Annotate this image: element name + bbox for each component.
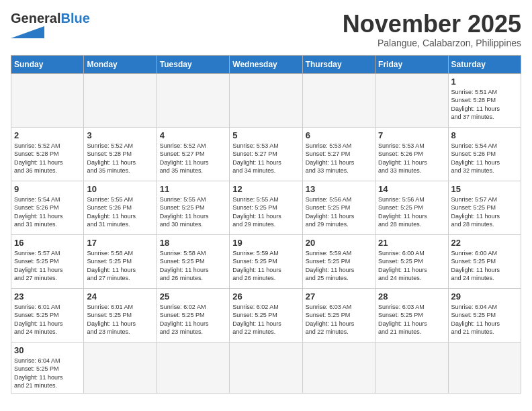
day-number: 26: [232, 291, 299, 302]
day-info: Sunrise: 6:02 AM Sunset: 5:25 PM Dayligh…: [232, 303, 299, 336]
day-info: Sunrise: 6:00 AM Sunset: 5:25 PM Dayligh…: [378, 249, 445, 283]
calendar-cell: 25Sunrise: 6:02 AM Sunset: 5:25 PM Dayli…: [157, 288, 229, 342]
day-number: 2: [14, 130, 81, 140]
day-number: 8: [451, 130, 518, 140]
calendar-cell: 17Sunrise: 5:58 AM Sunset: 5:25 PM Dayli…: [84, 234, 157, 288]
calendar-cell: 5Sunrise: 5:53 AM Sunset: 5:27 PM Daylig…: [230, 127, 302, 181]
day-number: 10: [87, 184, 153, 194]
day-info: Sunrise: 5:52 AM Sunset: 5:28 PM Dayligh…: [87, 142, 153, 175]
calendar-cell: [230, 342, 302, 393]
day-number: 4: [160, 130, 226, 140]
day-number: 17: [87, 238, 153, 248]
calendar-cell: 27Sunrise: 6:03 AM Sunset: 5:25 PM Dayli…: [302, 288, 375, 342]
day-number: 30: [14, 345, 81, 355]
svg-marker-0: [11, 26, 44, 38]
calendar-cell: 23Sunrise: 6:01 AM Sunset: 5:25 PM Dayli…: [11, 288, 84, 342]
day-info: Sunrise: 6:01 AM Sunset: 5:25 PM Dayligh…: [14, 303, 81, 336]
day-info: Sunrise: 6:04 AM Sunset: 5:25 PM Dayligh…: [451, 303, 518, 336]
calendar-cell: 13Sunrise: 5:56 AM Sunset: 5:25 PM Dayli…: [302, 181, 375, 234]
day-number: 19: [232, 238, 299, 248]
day-number: 9: [14, 184, 81, 194]
logo-icon: [11, 26, 44, 38]
calendar-cell: 1Sunrise: 5:51 AM Sunset: 5:28 PM Daylig…: [448, 73, 521, 127]
weekday-header-row: SundayMondayTuesdayWednesdayThursdayFrid…: [11, 55, 521, 73]
weekday-header-sunday: Sunday: [11, 55, 84, 73]
day-info: Sunrise: 6:03 AM Sunset: 5:25 PM Dayligh…: [306, 303, 372, 336]
day-info: Sunrise: 5:55 AM Sunset: 5:25 PM Dayligh…: [160, 195, 226, 229]
calendar-cell: [302, 73, 375, 127]
weekday-header-saturday: Saturday: [448, 55, 521, 73]
day-info: Sunrise: 5:53 AM Sunset: 5:27 PM Dayligh…: [306, 142, 372, 175]
day-number: 27: [306, 291, 372, 302]
month-title: November 2025: [343, 11, 521, 38]
weekday-header-monday: Monday: [84, 55, 157, 73]
calendar-cell: 11Sunrise: 5:55 AM Sunset: 5:25 PM Dayli…: [157, 181, 229, 234]
day-info: Sunrise: 6:01 AM Sunset: 5:25 PM Dayligh…: [87, 303, 153, 336]
day-info: Sunrise: 5:56 AM Sunset: 5:25 PM Dayligh…: [378, 195, 445, 229]
day-number: 11: [160, 184, 226, 194]
day-number: 25: [160, 291, 226, 302]
day-info: Sunrise: 5:51 AM Sunset: 5:28 PM Dayligh…: [451, 88, 518, 122]
day-info: Sunrise: 6:03 AM Sunset: 5:25 PM Dayligh…: [378, 303, 445, 336]
calendar-cell: 20Sunrise: 5:59 AM Sunset: 5:25 PM Dayli…: [302, 234, 375, 288]
day-number: 1: [451, 77, 518, 87]
calendar-cell: 4Sunrise: 5:52 AM Sunset: 5:27 PM Daylig…: [157, 127, 229, 181]
day-number: 21: [378, 238, 445, 248]
header: General Blue November 2025 Palangue, Cal…: [11, 11, 521, 48]
logo-blue-text: Blue: [60, 11, 89, 26]
calendar-cell: [157, 73, 229, 127]
calendar-cell: 30Sunrise: 6:04 AM Sunset: 5:25 PM Dayli…: [11, 342, 84, 393]
day-info: Sunrise: 5:58 AM Sunset: 5:25 PM Dayligh…: [87, 249, 153, 283]
day-number: 14: [378, 184, 445, 194]
day-number: 5: [232, 130, 299, 140]
day-info: Sunrise: 5:53 AM Sunset: 5:26 PM Dayligh…: [378, 142, 445, 175]
calendar-cell: 15Sunrise: 5:57 AM Sunset: 5:25 PM Dayli…: [448, 181, 521, 234]
week-row-2: 2Sunrise: 5:52 AM Sunset: 5:28 PM Daylig…: [11, 127, 521, 181]
calendar-cell: 19Sunrise: 5:59 AM Sunset: 5:25 PM Dayli…: [230, 234, 302, 288]
calendar-cell: 10Sunrise: 5:55 AM Sunset: 5:26 PM Dayli…: [84, 181, 157, 234]
week-row-6: 30Sunrise: 6:04 AM Sunset: 5:25 PM Dayli…: [11, 342, 521, 393]
day-number: 16: [14, 238, 81, 248]
day-number: 7: [378, 130, 445, 140]
weekday-header-tuesday: Tuesday: [157, 55, 229, 73]
day-info: Sunrise: 5:59 AM Sunset: 5:25 PM Dayligh…: [306, 249, 372, 283]
day-number: 20: [306, 238, 372, 248]
calendar-cell: 21Sunrise: 6:00 AM Sunset: 5:25 PM Dayli…: [375, 234, 448, 288]
day-number: 18: [160, 238, 226, 248]
day-info: Sunrise: 5:58 AM Sunset: 5:25 PM Dayligh…: [160, 249, 226, 283]
logo-general-text: General: [11, 11, 60, 26]
day-info: Sunrise: 5:54 AM Sunset: 5:26 PM Dayligh…: [451, 142, 518, 175]
day-number: 3: [87, 130, 153, 140]
day-number: 15: [451, 184, 518, 194]
calendar-cell: 6Sunrise: 5:53 AM Sunset: 5:27 PM Daylig…: [302, 127, 375, 181]
day-number: 24: [87, 291, 153, 302]
calendar-cell: 22Sunrise: 6:00 AM Sunset: 5:25 PM Dayli…: [448, 234, 521, 288]
week-row-3: 9Sunrise: 5:54 AM Sunset: 5:26 PM Daylig…: [11, 181, 521, 234]
day-number: 6: [306, 130, 372, 140]
calendar-cell: 18Sunrise: 5:58 AM Sunset: 5:25 PM Dayli…: [157, 234, 229, 288]
weekday-header-thursday: Thursday: [302, 55, 375, 73]
week-row-4: 16Sunrise: 5:57 AM Sunset: 5:25 PM Dayli…: [11, 234, 521, 288]
week-row-5: 23Sunrise: 6:01 AM Sunset: 5:25 PM Dayli…: [11, 288, 521, 342]
calendar-cell: 12Sunrise: 5:55 AM Sunset: 5:25 PM Dayli…: [230, 181, 302, 234]
weekday-header-friday: Friday: [375, 55, 448, 73]
day-number: 13: [306, 184, 372, 194]
day-info: Sunrise: 5:57 AM Sunset: 5:25 PM Dayligh…: [14, 249, 81, 283]
calendar-cell: 8Sunrise: 5:54 AM Sunset: 5:26 PM Daylig…: [448, 127, 521, 181]
calendar-cell: [11, 73, 84, 127]
calendar-cell: [84, 73, 157, 127]
day-number: 28: [378, 291, 445, 302]
day-info: Sunrise: 5:52 AM Sunset: 5:28 PM Dayligh…: [14, 142, 81, 175]
day-number: 12: [232, 184, 299, 194]
calendar-cell: 2Sunrise: 5:52 AM Sunset: 5:28 PM Daylig…: [11, 127, 84, 181]
calendar-cell: 26Sunrise: 6:02 AM Sunset: 5:25 PM Dayli…: [230, 288, 302, 342]
day-info: Sunrise: 5:57 AM Sunset: 5:25 PM Dayligh…: [451, 195, 518, 229]
day-info: Sunrise: 5:59 AM Sunset: 5:25 PM Dayligh…: [232, 249, 299, 283]
day-info: Sunrise: 6:04 AM Sunset: 5:25 PM Dayligh…: [14, 357, 81, 390]
calendar-cell: [157, 342, 229, 393]
day-number: 23: [14, 291, 81, 302]
calendar-cell: [375, 73, 448, 127]
title-section: November 2025 Palangue, Calabarzon, Phil…: [343, 11, 521, 48]
day-number: 29: [451, 291, 518, 302]
day-info: Sunrise: 6:00 AM Sunset: 5:25 PM Dayligh…: [451, 249, 518, 283]
